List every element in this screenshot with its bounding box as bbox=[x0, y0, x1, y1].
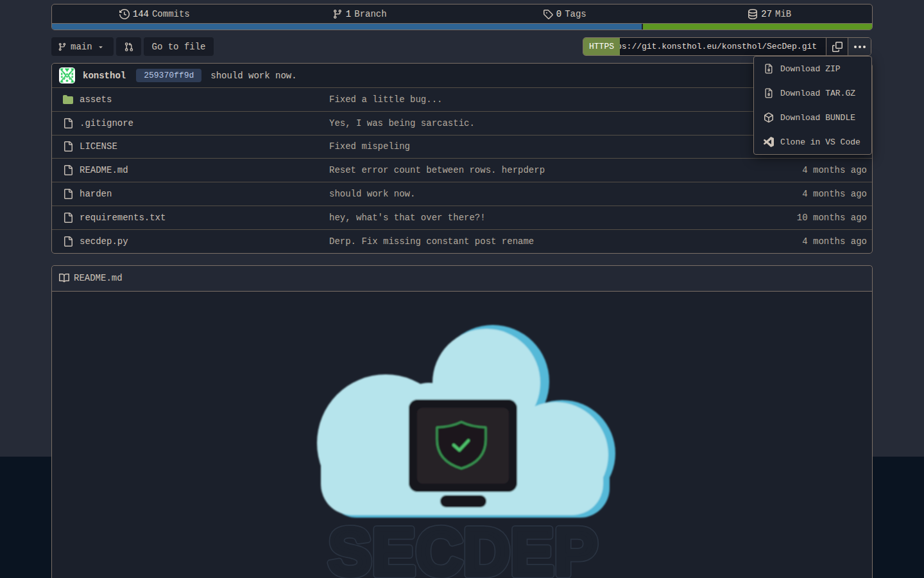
svg-text:SECDEP: SECDEP bbox=[329, 514, 599, 578]
